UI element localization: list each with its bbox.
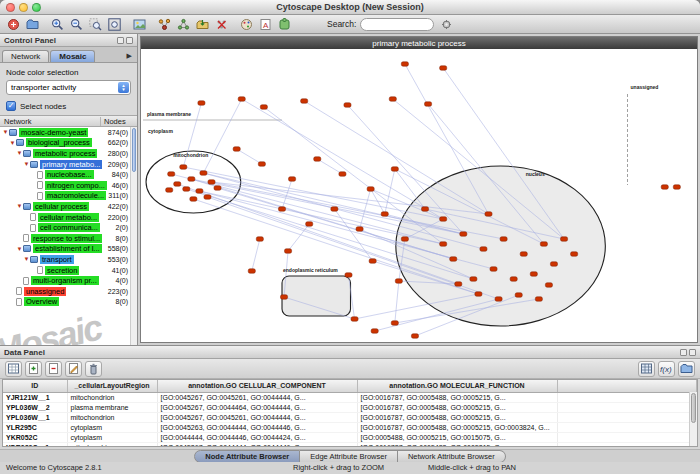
network-node[interactable] <box>500 237 507 241</box>
network-node[interactable] <box>208 180 215 184</box>
network-node[interactable] <box>540 242 547 246</box>
network-node[interactable] <box>535 297 542 301</box>
tree-row[interactable]: cell communica...2(0) <box>0 222 137 233</box>
network-node[interactable] <box>260 105 267 109</box>
network-node[interactable] <box>278 207 285 211</box>
network-node[interactable] <box>331 207 338 211</box>
expand-arrow-icon[interactable]: ▼ <box>9 140 16 146</box>
column-header[interactable]: ID <box>3 380 67 392</box>
network-node[interactable] <box>520 252 527 256</box>
network-node[interactable] <box>571 252 578 256</box>
network-node[interactable] <box>470 277 477 281</box>
titlebar[interactable]: Cytoscape Desktop (New Session) <box>0 0 700 15</box>
tree-row[interactable]: cellular metabo...220(0) <box>0 212 137 223</box>
expand-arrow-icon[interactable]: ▼ <box>16 150 23 156</box>
network-edge[interactable] <box>385 169 395 214</box>
network-node[interactable] <box>440 66 447 70</box>
table-row[interactable]: YKR052Ccytoplasm[GO:0044444, GO:0044446,… <box>3 432 697 442</box>
tree-row[interactable]: nitrogen compo...46(0) <box>0 180 137 191</box>
open-session-icon[interactable] <box>24 16 41 32</box>
float-panel-icon[interactable] <box>117 37 124 44</box>
tree-row[interactable]: ▼biological_process662(0) <box>0 138 137 149</box>
table-scrollbar[interactable] <box>689 392 697 446</box>
tab-node-attribute-browser[interactable]: Node Attribute Browser <box>194 450 300 463</box>
import-attributes-icon[interactable] <box>678 361 695 377</box>
zoom-out-icon[interactable] <box>68 16 85 32</box>
network-edge[interactable] <box>395 169 425 209</box>
network-edge[interactable] <box>360 189 371 229</box>
network-node[interactable] <box>485 212 492 216</box>
network-node[interactable] <box>545 283 552 287</box>
tree-row[interactable]: ▼mosaic-demo-yeast874(0) <box>0 127 137 138</box>
network-node[interactable] <box>440 242 447 246</box>
network-node[interactable] <box>233 147 240 151</box>
network-node[interactable] <box>425 102 432 106</box>
network-node[interactable] <box>183 187 190 191</box>
network-edge[interactable] <box>237 149 262 164</box>
destroy-network-icon[interactable] <box>213 16 230 32</box>
network-node[interactable] <box>401 237 408 241</box>
search-input[interactable] <box>360 18 434 31</box>
tab-mosaic[interactable]: Mosaic <box>50 50 95 62</box>
tree-row[interactable]: ▼metabolic process280(0) <box>0 148 137 159</box>
network-edge[interactable] <box>288 224 309 251</box>
tab-edge-attribute-browser[interactable]: Edge Attribute Browser <box>300 450 398 463</box>
network-node[interactable] <box>371 329 378 333</box>
table-row[interactable]: YLR295Ccytoplasm[GO:0045263, GO:0044444,… <box>3 422 697 432</box>
expand-arrow-icon[interactable]: ▼ <box>2 129 9 135</box>
network-node[interactable] <box>480 247 487 251</box>
network-node[interactable] <box>196 189 203 193</box>
network-node[interactable] <box>339 172 346 176</box>
table-row[interactable]: YPL036W__1mitochondrion[GO:0045267, GO:0… <box>3 412 697 422</box>
network-node[interactable] <box>550 262 557 266</box>
network-node[interactable] <box>248 269 255 273</box>
tree-scrollbar[interactable] <box>130 127 137 345</box>
network-node[interactable] <box>190 197 197 201</box>
tab-network[interactable]: Network <box>2 50 49 62</box>
tab-network-attribute-browser[interactable]: Network Attribute Browser <box>398 450 506 463</box>
vizmapper-icon[interactable] <box>238 16 255 32</box>
network-node[interactable] <box>530 272 537 276</box>
create-attribute-icon[interactable] <box>25 361 42 377</box>
search-config-icon[interactable] <box>438 16 455 32</box>
network-node[interactable] <box>188 177 195 181</box>
network-node[interactable] <box>258 162 265 166</box>
network-node[interactable] <box>281 295 288 299</box>
tree-row[interactable]: ▼primary metabo...209(0) <box>0 159 137 170</box>
tree-row[interactable]: multi-organism pr...4(0) <box>0 275 137 286</box>
zoom-fit-icon[interactable] <box>106 16 123 32</box>
rename-attribute-icon[interactable] <box>65 361 82 377</box>
network-node[interactable] <box>174 182 181 186</box>
expand-arrow-icon[interactable]: ▼ <box>23 256 30 262</box>
network-node[interactable] <box>389 97 396 101</box>
network-node[interactable] <box>422 207 429 211</box>
network-node[interactable] <box>238 97 245 101</box>
expand-arrow-icon[interactable]: ▼ <box>16 203 23 209</box>
network-edge[interactable] <box>304 101 488 214</box>
tab-scroll-right-icon[interactable]: ▶ <box>127 52 135 62</box>
network-node[interactable] <box>356 227 363 231</box>
network-edge[interactable] <box>183 167 443 219</box>
first-neighbors-icon[interactable] <box>156 16 173 32</box>
table-row[interactable]: YJR121W__1mitochondrion[GO:0045267, GO:0… <box>3 392 697 402</box>
network-edge[interactable] <box>171 174 443 244</box>
network-node[interactable] <box>515 293 522 297</box>
tree-row[interactable]: ▼transport553(0) <box>0 254 137 265</box>
expand-arrow-icon[interactable]: ▼ <box>23 161 30 167</box>
network-node[interactable] <box>460 232 467 236</box>
network-node[interactable] <box>367 187 374 191</box>
network-edge[interactable] <box>203 99 241 173</box>
trash-icon[interactable] <box>85 361 102 377</box>
column-header[interactable]: annotation.GO MOLECULAR_FUNCTION <box>357 380 557 392</box>
network-node[interactable] <box>180 165 187 169</box>
network-node[interactable] <box>391 167 398 171</box>
tree-row[interactable]: ▼cellular process422(0) <box>0 201 137 212</box>
network-edge[interactable] <box>242 99 443 219</box>
network-node[interactable] <box>345 273 352 277</box>
network-node[interactable] <box>168 172 175 176</box>
network-node[interactable] <box>166 188 173 192</box>
network-edge[interactable] <box>264 107 443 244</box>
tree-row[interactable]: nucleobase...84(0) <box>0 169 137 180</box>
network-node[interactable] <box>285 249 292 253</box>
tree-row[interactable]: macromolecule...311(0) <box>0 191 137 202</box>
